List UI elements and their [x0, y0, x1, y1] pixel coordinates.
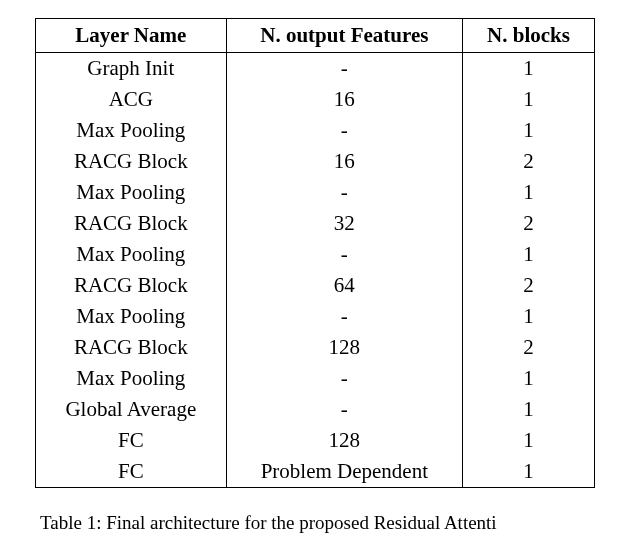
cell-features: - — [226, 177, 462, 208]
cell-features: Problem Dependent — [226, 456, 462, 488]
col-header-features: N. output Features — [226, 19, 462, 53]
cell-layer: FC — [36, 456, 227, 488]
cell-layer: Max Pooling — [36, 239, 227, 270]
cell-layer: RACG Block — [36, 146, 227, 177]
cell-features: - — [226, 394, 462, 425]
cell-blocks: 1 — [463, 115, 595, 146]
cell-features: 128 — [226, 425, 462, 456]
cell-layer: RACG Block — [36, 208, 227, 239]
cell-blocks: 1 — [463, 456, 595, 488]
table-row: Graph Init-1 — [36, 53, 595, 85]
table-body: Graph Init-1 ACG161 Max Pooling-1 RACG B… — [36, 53, 595, 488]
cell-blocks: 1 — [463, 177, 595, 208]
col-header-blocks: N. blocks — [463, 19, 595, 53]
cell-blocks: 1 — [463, 53, 595, 85]
cell-layer: Max Pooling — [36, 115, 227, 146]
cell-features: - — [226, 363, 462, 394]
table-row: RACG Block162 — [36, 146, 595, 177]
cell-blocks: 1 — [463, 84, 595, 115]
cell-layer: Max Pooling — [36, 363, 227, 394]
cell-layer: Max Pooling — [36, 177, 227, 208]
table-row: RACG Block322 — [36, 208, 595, 239]
cell-layer: Global Average — [36, 394, 227, 425]
cell-features: 16 — [226, 146, 462, 177]
table-row: FC1281 — [36, 425, 595, 456]
table-row: Max Pooling-1 — [36, 301, 595, 332]
cell-layer: Graph Init — [36, 53, 227, 85]
cell-blocks: 1 — [463, 301, 595, 332]
cell-blocks: 1 — [463, 394, 595, 425]
architecture-table: Layer Name N. output Features N. blocks … — [35, 18, 595, 488]
cell-layer: FC — [36, 425, 227, 456]
table-row: Max Pooling-1 — [36, 115, 595, 146]
table-header-row: Layer Name N. output Features N. blocks — [36, 19, 595, 53]
cell-features: 128 — [226, 332, 462, 363]
cell-blocks: 1 — [463, 239, 595, 270]
cell-blocks: 2 — [463, 270, 595, 301]
table-row: Global Average-1 — [36, 394, 595, 425]
cell-features: - — [226, 115, 462, 146]
cell-features: - — [226, 301, 462, 332]
table-row: Max Pooling-1 — [36, 177, 595, 208]
cell-features: - — [226, 53, 462, 85]
cell-blocks: 2 — [463, 332, 595, 363]
cell-features: 64 — [226, 270, 462, 301]
cell-layer: Max Pooling — [36, 301, 227, 332]
table-row: Max Pooling-1 — [36, 239, 595, 270]
cell-blocks: 1 — [463, 425, 595, 456]
table-caption: Table 1: Final architecture for the prop… — [40, 510, 590, 536]
table-row: RACG Block642 — [36, 270, 595, 301]
cell-blocks: 2 — [463, 146, 595, 177]
cell-blocks: 1 — [463, 363, 595, 394]
cell-layer: RACG Block — [36, 332, 227, 363]
cell-features: - — [226, 239, 462, 270]
col-header-layer: Layer Name — [36, 19, 227, 53]
cell-layer: RACG Block — [36, 270, 227, 301]
table-row: ACG161 — [36, 84, 595, 115]
table-row: FCProblem Dependent1 — [36, 456, 595, 488]
cell-layer: ACG — [36, 84, 227, 115]
table-row: Max Pooling-1 — [36, 363, 595, 394]
cell-features: 16 — [226, 84, 462, 115]
cell-features: 32 — [226, 208, 462, 239]
cell-blocks: 2 — [463, 208, 595, 239]
table-row: RACG Block1282 — [36, 332, 595, 363]
